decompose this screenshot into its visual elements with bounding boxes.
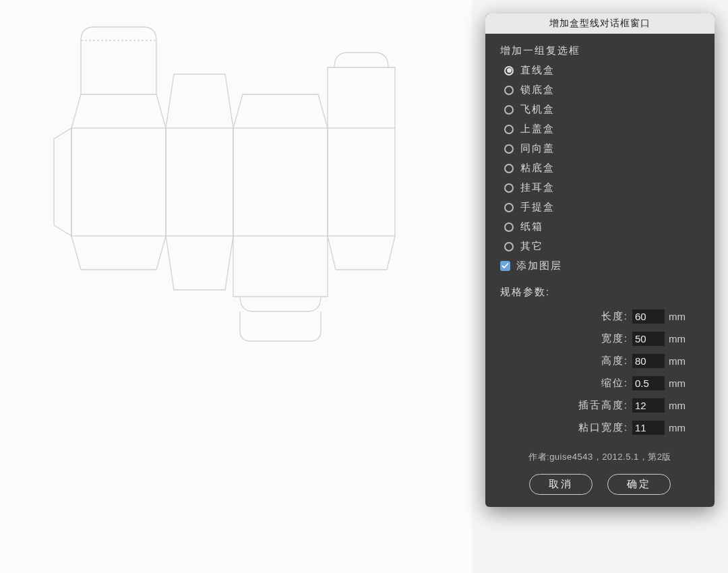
glue_width-input[interactable] [632, 421, 665, 435]
box-type-radio[interactable]: 同向盖 [504, 142, 700, 155]
param-unit: mm [669, 400, 693, 411]
box-type-label: 同向盖 [520, 142, 555, 155]
box-type-radio[interactable]: 上盖盒 [504, 123, 700, 135]
box-type-radio[interactable]: 挂耳盒 [504, 181, 700, 194]
param-label: 插舌高度: [578, 399, 628, 412]
box-type-group-label: 增加一组复选框 [500, 44, 700, 57]
param-row-glue_width: 粘口宽度:mm [500, 421, 700, 435]
box-type-label: 纸箱 [520, 220, 543, 233]
dialog-button-row: 取消 确定 [500, 474, 700, 495]
params-container: 长度:mm宽度:mm高度:mm缩位:mm插舌高度:mm粘口宽度:mm [500, 309, 700, 435]
param-unit: mm [669, 355, 693, 367]
param-unit: mm [669, 333, 693, 344]
box-type-radio[interactable]: 锁底盒 [504, 84, 700, 96]
box-type-radio[interactable]: 飞机盒 [504, 103, 700, 116]
height-input[interactable] [632, 354, 665, 368]
dialog-title: 增加盒型线对话框窗口 [485, 13, 715, 34]
radio-icon [504, 164, 514, 173]
add-box-type-dialog: 增加盒型线对话框窗口 增加一组复选框 直线盒锁底盒飞机盒上盖盒同向盖粘底盒挂耳盒… [485, 13, 715, 507]
canvas-area [0, 0, 472, 573]
svg-rect-3 [328, 128, 395, 236]
checkbox-icon [500, 261, 510, 271]
radio-icon [504, 183, 514, 193]
box-type-radio[interactable]: 粘底盒 [504, 162, 700, 175]
radio-icon [504, 222, 514, 232]
param-unit: mm [669, 422, 693, 433]
ok-button[interactable]: 确定 [607, 474, 671, 495]
svg-rect-2 [233, 128, 328, 236]
param-row-tuck_height: 插舌高度:mm [500, 398, 700, 413]
add-layer-label: 添加图层 [516, 260, 562, 272]
param-label: 粘口宽度: [578, 421, 628, 434]
box-dieline-graphic [40, 13, 445, 364]
add-layer-checkbox[interactable]: 添加图层 [500, 260, 700, 272]
svg-rect-0 [71, 128, 166, 236]
box-type-label: 其它 [520, 240, 543, 253]
param-label: 缩位: [601, 377, 628, 390]
radio-icon [504, 66, 514, 76]
param-unit: mm [669, 378, 693, 389]
box-type-label: 挂耳盒 [520, 181, 555, 194]
radio-icon [504, 203, 514, 212]
radio-icon [504, 86, 514, 95]
svg-rect-1 [166, 128, 233, 236]
param-unit: mm [669, 311, 693, 322]
box-type-radio[interactable]: 手提盒 [504, 201, 700, 214]
param-label: 高度: [601, 355, 628, 367]
length-input[interactable] [632, 309, 665, 324]
box-type-label: 粘底盒 [520, 162, 555, 175]
author-line: 作者:guise4543，2012.5.1，第2版 [500, 451, 700, 463]
cancel-button[interactable]: 取消 [529, 474, 593, 495]
param-label: 宽度: [601, 332, 628, 345]
box-type-label: 直线盒 [520, 64, 555, 77]
param-row-height: 高度:mm [500, 354, 700, 368]
box-type-label: 锁底盒 [520, 84, 555, 96]
radio-icon [504, 242, 514, 251]
radio-icon [504, 144, 514, 154]
box-type-label: 上盖盒 [520, 123, 555, 135]
box-type-label: 手提盒 [520, 201, 555, 214]
param-row-width: 宽度:mm [500, 332, 700, 346]
width-input[interactable] [632, 332, 665, 346]
params-section-label: 规格参数: [500, 286, 700, 299]
box-type-radio-list: 直线盒锁底盒飞机盒上盖盒同向盖粘底盒挂耳盒手提盒纸箱其它 [500, 64, 700, 253]
param-row-offset: 缩位:mm [500, 376, 700, 390]
box-type-radio[interactable]: 纸箱 [504, 220, 700, 233]
tuck_height-input[interactable] [632, 398, 665, 413]
param-row-length: 长度:mm [500, 309, 700, 324]
radio-icon [504, 105, 514, 115]
param-label: 长度: [601, 310, 628, 323]
box-type-radio[interactable]: 直线盒 [504, 64, 700, 77]
offset-input[interactable] [632, 376, 665, 390]
box-type-radio[interactable]: 其它 [504, 240, 700, 253]
box-type-label: 飞机盒 [520, 103, 555, 116]
radio-icon [504, 125, 514, 134]
